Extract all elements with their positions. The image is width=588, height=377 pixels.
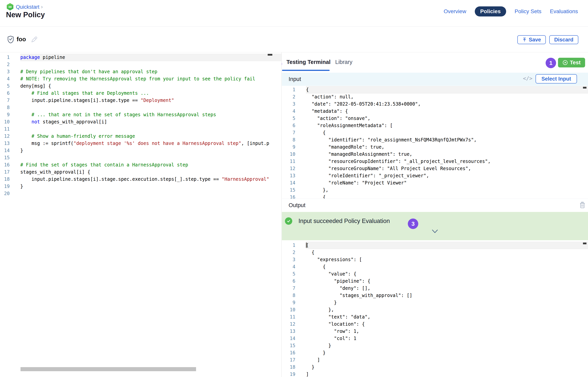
code-text: "roleIdentifier": "_project_viewer",	[306, 172, 588, 179]
code-line: 18 }	[282, 364, 588, 371]
code-text: }	[306, 349, 588, 356]
code-text: not stages_with_approval[i]	[20, 118, 282, 126]
code-text: input.pipeline.stages[i].stage.type == "…	[20, 97, 282, 104]
code-line: 3# Deny pipelines that don't have an app…	[0, 68, 282, 75]
code-line: 19}	[0, 183, 282, 190]
minimap-slider[interactable]	[583, 87, 587, 89]
chevron-down-icon[interactable]	[431, 229, 439, 234]
save-button[interactable]: Save	[517, 35, 546, 44]
code-line: 16 {	[282, 194, 588, 199]
code-line: 1{	[282, 86, 588, 93]
code-text: ]	[306, 356, 588, 364]
line-number: 7	[0, 97, 10, 104]
line-number: 12	[0, 133, 10, 140]
code-text: [	[306, 242, 588, 249]
code-text: "managedRole": true,	[306, 143, 588, 151]
top-nav: Overview Policies Policy Sets Evaluation…	[444, 6, 578, 16]
code-text: "col": 1	[306, 335, 588, 342]
code-line: 5 "value": {	[282, 271, 588, 278]
discard-button[interactable]: Discard	[549, 35, 578, 44]
line-number: 15	[0, 154, 10, 161]
code-line: 3 "date": "2022-05-05T20:41:23.538+0000"…	[282, 101, 588, 108]
tab-library[interactable]: Library	[335, 59, 352, 65]
code-text: # NOTE: Try removing the HarnessApproval…	[20, 75, 282, 82]
code-text: },	[306, 306, 588, 313]
code-text	[20, 61, 282, 68]
output-section-header: Output	[282, 199, 588, 212]
code-text: "pipeline": {	[306, 278, 588, 285]
code-line: 14}	[0, 147, 282, 154]
code-text	[20, 104, 282, 111]
code-text: "text": "data",	[306, 313, 588, 321]
nav-tab-overview[interactable]: Overview	[444, 8, 466, 14]
line-number: 2	[0, 61, 10, 68]
code-line: 16# Find the set of stages that contain …	[0, 161, 282, 168]
code-line: 13 "row": 1,	[282, 328, 588, 335]
code-line: 13 "roleIdentifier": "_project_viewer",	[282, 172, 588, 179]
clear-output-trash-icon[interactable]	[579, 201, 585, 209]
discard-button-label: Discard	[554, 37, 573, 43]
save-button-label: Save	[529, 37, 541, 43]
output-json-editor[interactable]: 1[2 {3 "expressions": [4 {5 "value": {6 …	[282, 242, 588, 377]
code-line: 1[	[282, 242, 588, 249]
line-number: 4	[282, 263, 295, 271]
minimap-slider[interactable]	[268, 54, 272, 56]
input-section-header: Input </> Select Input	[282, 73, 588, 86]
code-line: 10 "managedRoleAssignment": true,	[282, 151, 588, 158]
page-header: ∞ Quickstart › New Policy Overview Polic…	[0, 0, 588, 26]
code-text: }	[306, 299, 588, 306]
code-line: 15 }	[282, 342, 588, 349]
code-line: 4 "metadata": {	[282, 108, 588, 115]
code-brackets-icon[interactable]: </>	[523, 75, 532, 81]
test-button[interactable]: Test	[558, 58, 585, 67]
line-number: 8	[0, 104, 10, 111]
code-line: 2 {	[282, 249, 588, 256]
code-text: "stages_with_approval": []	[306, 292, 588, 299]
nav-tab-policy-sets[interactable]: Policy Sets	[515, 8, 542, 14]
code-text: input.pipeline.stages[i].stage.spec.exec…	[20, 176, 282, 183]
code-text: deny[msg] {	[20, 82, 282, 90]
code-line: 2	[0, 61, 282, 68]
code-text: {	[306, 129, 588, 136]
code-line: 15	[0, 154, 282, 161]
line-number: 16	[0, 161, 10, 168]
line-number: 6	[282, 278, 295, 285]
line-number: 3	[282, 101, 295, 108]
line-number: 14	[0, 147, 10, 154]
code-line: 11 "resourceGroupIdentifier": "_all_proj…	[282, 158, 588, 165]
code-text: "location": {	[306, 321, 588, 328]
code-line: 8	[0, 104, 282, 111]
code-text	[20, 190, 282, 197]
breadcrumb-project-link[interactable]: Quickstart	[16, 4, 39, 10]
input-label: Input	[289, 76, 301, 82]
code-line: 5 "action": "onsave",	[282, 115, 588, 122]
line-number: 5	[282, 115, 295, 122]
line-number: 7	[282, 285, 295, 292]
nav-tab-evaluations[interactable]: Evaluations	[550, 8, 578, 14]
code-line: 18 input.pipeline.stages[i].stage.spec.e…	[0, 176, 282, 183]
code-line: 6 "roleAssignmentMetadata": [	[282, 122, 588, 129]
horizontal-scrollbar[interactable]	[21, 367, 196, 371]
tab-testing-terminal[interactable]: Testing Terminal	[286, 59, 331, 65]
line-number: 12	[282, 165, 295, 172]
edit-pencil-icon[interactable]	[31, 36, 38, 43]
line-number: 11	[282, 313, 295, 321]
code-text: }	[306, 342, 588, 349]
select-input-button[interactable]: Select Input	[536, 74, 577, 83]
step-badge-3: 3	[408, 219, 418, 229]
code-text: ]	[306, 371, 588, 377]
code-text	[20, 154, 282, 161]
minimap-slider[interactable]	[583, 243, 587, 244]
code-line: 20	[0, 190, 282, 197]
nav-tab-policies[interactable]: Policies	[475, 6, 506, 16]
policy-code-editor[interactable]: 1package pipeline23# Deny pipelines that…	[0, 54, 282, 376]
code-text: {	[306, 86, 588, 93]
code-line: 1package pipeline	[0, 54, 282, 61]
line-number: 14	[282, 179, 295, 187]
code-text: "action": null,	[306, 93, 588, 101]
code-line: 11 "text": "data",	[282, 313, 588, 321]
line-number: 17	[0, 168, 10, 176]
code-text: "roleName": "Project Viewer"	[306, 179, 588, 187]
code-line: 8 "identifier": "role_assignment_NsFQM43…	[282, 136, 588, 143]
input-json-editor[interactable]: 1{2 "action": null,3 "date": "2022-05-05…	[282, 86, 588, 199]
